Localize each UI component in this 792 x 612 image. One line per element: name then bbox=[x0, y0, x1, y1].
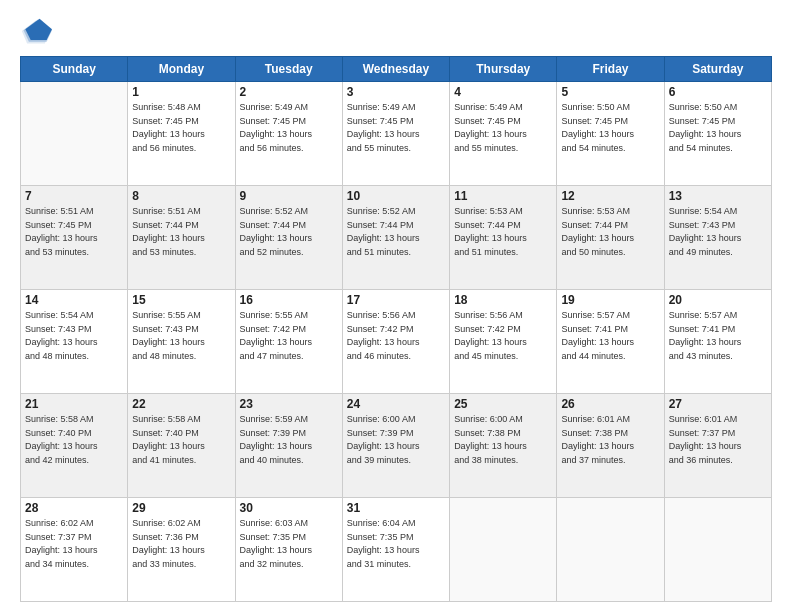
day-number: 3 bbox=[347, 85, 445, 99]
day-info: Sunrise: 5:51 AMSunset: 7:45 PMDaylight:… bbox=[25, 205, 123, 259]
day-number: 13 bbox=[669, 189, 767, 203]
day-number: 7 bbox=[25, 189, 123, 203]
day-number: 24 bbox=[347, 397, 445, 411]
calendar-day-cell: 18Sunrise: 5:56 AMSunset: 7:42 PMDayligh… bbox=[450, 290, 557, 394]
calendar-day-cell: 24Sunrise: 6:00 AMSunset: 7:39 PMDayligh… bbox=[342, 394, 449, 498]
day-number: 14 bbox=[25, 293, 123, 307]
calendar-day-cell: 14Sunrise: 5:54 AMSunset: 7:43 PMDayligh… bbox=[21, 290, 128, 394]
calendar-day-cell: 31Sunrise: 6:04 AMSunset: 7:35 PMDayligh… bbox=[342, 498, 449, 602]
day-number: 30 bbox=[240, 501, 338, 515]
day-info: Sunrise: 5:55 AMSunset: 7:43 PMDaylight:… bbox=[132, 309, 230, 363]
day-info: Sunrise: 5:55 AMSunset: 7:42 PMDaylight:… bbox=[240, 309, 338, 363]
day-number: 2 bbox=[240, 85, 338, 99]
day-info: Sunrise: 6:01 AMSunset: 7:37 PMDaylight:… bbox=[669, 413, 767, 467]
day-info: Sunrise: 6:04 AMSunset: 7:35 PMDaylight:… bbox=[347, 517, 445, 571]
day-info: Sunrise: 5:48 AMSunset: 7:45 PMDaylight:… bbox=[132, 101, 230, 155]
calendar-day-cell: 20Sunrise: 5:57 AMSunset: 7:41 PMDayligh… bbox=[664, 290, 771, 394]
calendar-day-cell: 10Sunrise: 5:52 AMSunset: 7:44 PMDayligh… bbox=[342, 186, 449, 290]
day-info: Sunrise: 5:49 AMSunset: 7:45 PMDaylight:… bbox=[347, 101, 445, 155]
day-number: 11 bbox=[454, 189, 552, 203]
logo bbox=[20, 18, 56, 46]
day-info: Sunrise: 6:00 AMSunset: 7:38 PMDaylight:… bbox=[454, 413, 552, 467]
calendar-day-cell: 12Sunrise: 5:53 AMSunset: 7:44 PMDayligh… bbox=[557, 186, 664, 290]
calendar-day-cell: 9Sunrise: 5:52 AMSunset: 7:44 PMDaylight… bbox=[235, 186, 342, 290]
day-info: Sunrise: 6:02 AMSunset: 7:37 PMDaylight:… bbox=[25, 517, 123, 571]
day-info: Sunrise: 6:02 AMSunset: 7:36 PMDaylight:… bbox=[132, 517, 230, 571]
day-number: 31 bbox=[347, 501, 445, 515]
calendar-day-cell: 1Sunrise: 5:48 AMSunset: 7:45 PMDaylight… bbox=[128, 82, 235, 186]
day-info: Sunrise: 5:56 AMSunset: 7:42 PMDaylight:… bbox=[347, 309, 445, 363]
day-number: 25 bbox=[454, 397, 552, 411]
day-info: Sunrise: 5:58 AMSunset: 7:40 PMDaylight:… bbox=[132, 413, 230, 467]
calendar-col-header: Monday bbox=[128, 57, 235, 82]
calendar-col-header: Friday bbox=[557, 57, 664, 82]
day-info: Sunrise: 5:58 AMSunset: 7:40 PMDaylight:… bbox=[25, 413, 123, 467]
calendar-day-cell bbox=[557, 498, 664, 602]
day-info: Sunrise: 5:50 AMSunset: 7:45 PMDaylight:… bbox=[561, 101, 659, 155]
calendar-day-cell: 16Sunrise: 5:55 AMSunset: 7:42 PMDayligh… bbox=[235, 290, 342, 394]
day-info: Sunrise: 5:54 AMSunset: 7:43 PMDaylight:… bbox=[25, 309, 123, 363]
calendar-day-cell: 5Sunrise: 5:50 AMSunset: 7:45 PMDaylight… bbox=[557, 82, 664, 186]
calendar-col-header: Tuesday bbox=[235, 57, 342, 82]
calendar-col-header: Thursday bbox=[450, 57, 557, 82]
day-info: Sunrise: 5:57 AMSunset: 7:41 PMDaylight:… bbox=[669, 309, 767, 363]
day-number: 29 bbox=[132, 501, 230, 515]
calendar-table: SundayMondayTuesdayWednesdayThursdayFrid… bbox=[20, 56, 772, 602]
calendar-day-cell: 6Sunrise: 5:50 AMSunset: 7:45 PMDaylight… bbox=[664, 82, 771, 186]
day-number: 1 bbox=[132, 85, 230, 99]
day-number: 21 bbox=[25, 397, 123, 411]
calendar-week-row: 7Sunrise: 5:51 AMSunset: 7:45 PMDaylight… bbox=[21, 186, 772, 290]
day-info: Sunrise: 5:59 AMSunset: 7:39 PMDaylight:… bbox=[240, 413, 338, 467]
calendar-day-cell bbox=[21, 82, 128, 186]
day-number: 6 bbox=[669, 85, 767, 99]
day-number: 18 bbox=[454, 293, 552, 307]
day-info: Sunrise: 5:52 AMSunset: 7:44 PMDaylight:… bbox=[240, 205, 338, 259]
day-number: 4 bbox=[454, 85, 552, 99]
day-info: Sunrise: 6:03 AMSunset: 7:35 PMDaylight:… bbox=[240, 517, 338, 571]
day-number: 9 bbox=[240, 189, 338, 203]
svg-marker-2 bbox=[25, 19, 52, 40]
calendar-col-header: Sunday bbox=[21, 57, 128, 82]
calendar-day-cell: 28Sunrise: 6:02 AMSunset: 7:37 PMDayligh… bbox=[21, 498, 128, 602]
calendar-day-cell: 11Sunrise: 5:53 AMSunset: 7:44 PMDayligh… bbox=[450, 186, 557, 290]
calendar-day-cell: 8Sunrise: 5:51 AMSunset: 7:44 PMDaylight… bbox=[128, 186, 235, 290]
day-info: Sunrise: 5:52 AMSunset: 7:44 PMDaylight:… bbox=[347, 205, 445, 259]
calendar-week-row: 21Sunrise: 5:58 AMSunset: 7:40 PMDayligh… bbox=[21, 394, 772, 498]
calendar-day-cell: 23Sunrise: 5:59 AMSunset: 7:39 PMDayligh… bbox=[235, 394, 342, 498]
day-number: 20 bbox=[669, 293, 767, 307]
calendar-day-cell: 26Sunrise: 6:01 AMSunset: 7:38 PMDayligh… bbox=[557, 394, 664, 498]
calendar-day-cell: 4Sunrise: 5:49 AMSunset: 7:45 PMDaylight… bbox=[450, 82, 557, 186]
day-number: 26 bbox=[561, 397, 659, 411]
calendar-col-header: Wednesday bbox=[342, 57, 449, 82]
day-number: 27 bbox=[669, 397, 767, 411]
day-info: Sunrise: 5:50 AMSunset: 7:45 PMDaylight:… bbox=[669, 101, 767, 155]
day-number: 19 bbox=[561, 293, 659, 307]
calendar-day-cell: 30Sunrise: 6:03 AMSunset: 7:35 PMDayligh… bbox=[235, 498, 342, 602]
calendar-day-cell: 17Sunrise: 5:56 AMSunset: 7:42 PMDayligh… bbox=[342, 290, 449, 394]
day-number: 16 bbox=[240, 293, 338, 307]
header bbox=[20, 18, 772, 46]
calendar-day-cell: 13Sunrise: 5:54 AMSunset: 7:43 PMDayligh… bbox=[664, 186, 771, 290]
day-number: 28 bbox=[25, 501, 123, 515]
calendar-day-cell: 2Sunrise: 5:49 AMSunset: 7:45 PMDaylight… bbox=[235, 82, 342, 186]
day-info: Sunrise: 6:01 AMSunset: 7:38 PMDaylight:… bbox=[561, 413, 659, 467]
calendar-day-cell: 21Sunrise: 5:58 AMSunset: 7:40 PMDayligh… bbox=[21, 394, 128, 498]
day-info: Sunrise: 5:49 AMSunset: 7:45 PMDaylight:… bbox=[240, 101, 338, 155]
calendar-day-cell: 7Sunrise: 5:51 AMSunset: 7:45 PMDaylight… bbox=[21, 186, 128, 290]
day-info: Sunrise: 5:51 AMSunset: 7:44 PMDaylight:… bbox=[132, 205, 230, 259]
calendar-day-cell: 27Sunrise: 6:01 AMSunset: 7:37 PMDayligh… bbox=[664, 394, 771, 498]
day-info: Sunrise: 6:00 AMSunset: 7:39 PMDaylight:… bbox=[347, 413, 445, 467]
calendar-week-row: 14Sunrise: 5:54 AMSunset: 7:43 PMDayligh… bbox=[21, 290, 772, 394]
day-info: Sunrise: 5:49 AMSunset: 7:45 PMDaylight:… bbox=[454, 101, 552, 155]
day-number: 22 bbox=[132, 397, 230, 411]
calendar-day-cell: 22Sunrise: 5:58 AMSunset: 7:40 PMDayligh… bbox=[128, 394, 235, 498]
calendar-day-cell bbox=[450, 498, 557, 602]
day-number: 8 bbox=[132, 189, 230, 203]
calendar-day-cell: 19Sunrise: 5:57 AMSunset: 7:41 PMDayligh… bbox=[557, 290, 664, 394]
day-number: 23 bbox=[240, 397, 338, 411]
day-number: 12 bbox=[561, 189, 659, 203]
day-info: Sunrise: 5:57 AMSunset: 7:41 PMDaylight:… bbox=[561, 309, 659, 363]
day-number: 15 bbox=[132, 293, 230, 307]
calendar-day-cell: 3Sunrise: 5:49 AMSunset: 7:45 PMDaylight… bbox=[342, 82, 449, 186]
calendar-col-header: Saturday bbox=[664, 57, 771, 82]
